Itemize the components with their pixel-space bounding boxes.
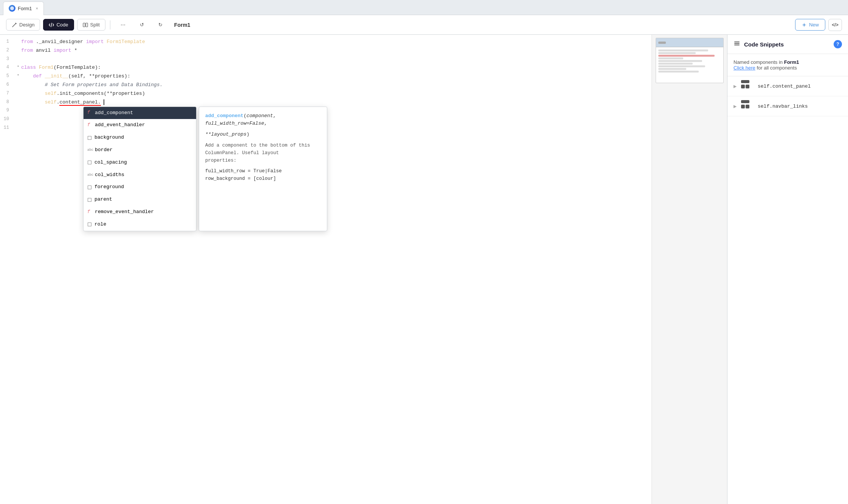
ac-item-parent[interactable]: parent (84, 193, 196, 206)
code-brackets-button[interactable]: </> (828, 19, 842, 31)
code-line-1: 1 from ._anvil_designer import Form1Temp… (0, 38, 651, 46)
ac-sq-icon (88, 223, 91, 226)
component-item-content-panel[interactable]: ▶ self.content_panel (727, 76, 848, 96)
docstring-signature-2: **layout_props) (205, 131, 321, 139)
ac-abc-icon: abc (87, 147, 92, 153)
ac-sq-icon (88, 198, 91, 202)
ac-func-icon: f (87, 122, 92, 129)
ac-item-role[interactable]: role (84, 218, 196, 231)
ac-label: remove_event_handler (95, 208, 154, 216)
toolbar-sep1 (110, 20, 110, 29)
ac-item-col-spacing[interactable]: col_spacing (84, 156, 196, 169)
component-name-content-panel: self.content_panel (758, 83, 811, 89)
ac-item-col-widths[interactable]: abc col_widths (84, 169, 196, 181)
main-layout: 1 from ._anvil_designer import Form1Temp… (0, 35, 848, 504)
ac-label: parent (94, 196, 112, 204)
autocomplete-wrapper: f add_component f add_event_handler back… (83, 107, 327, 231)
redo-button[interactable]: ↻ (153, 19, 168, 31)
docstring-prop2: row_background = [colour] (205, 175, 321, 182)
preview-panel (651, 35, 727, 504)
split-button[interactable]: Split (77, 19, 105, 31)
side-header: Code Snippets ? (727, 35, 848, 54)
side-desc-prefix: Named components in (733, 59, 784, 65)
side-panel-title: Code Snippets (744, 41, 830, 48)
ac-item-background[interactable]: background (84, 131, 196, 144)
design-button[interactable]: Design (6, 19, 40, 31)
help-button[interactable]: ? (834, 40, 842, 48)
ac-item-add-event-handler[interactable]: f add_event_handler (84, 119, 196, 131)
ac-item-foreground[interactable]: foreground (84, 181, 196, 193)
svg-rect-3 (734, 42, 740, 42)
tab-form1[interactable]: Form1 × (3, 2, 44, 15)
ac-label: col_spacing (94, 159, 127, 167)
more-options-button[interactable]: ⋯ (115, 19, 131, 31)
component-name-navbar-links: self.navbar_links (758, 104, 808, 109)
side-form-name: Form1 (784, 59, 799, 65)
code-line-7: 7 self.init_components(**properties) (0, 90, 651, 98)
ac-label: border (95, 146, 113, 154)
code-line-5: 5 ▾ def __init__(self, **properties): (0, 72, 651, 81)
thumb-stripe (656, 38, 723, 47)
ac-item-remove-event-handler[interactable]: f remove_event_handler (84, 206, 196, 218)
svg-rect-4 (734, 43, 740, 44)
navbar-links-icon (741, 100, 753, 112)
svg-rect-5 (734, 45, 740, 45)
ac-sq-icon (88, 136, 91, 140)
tab-close-button[interactable]: × (36, 6, 38, 11)
ac-label: col_widths (95, 171, 124, 179)
docstring-description: Add a component to the bottom of this Co… (205, 142, 321, 164)
code-lines: 1 from ._anvil_designer import Form1Temp… (0, 35, 651, 136)
docstring-panel: add_component(component, full_width_row=… (199, 107, 327, 231)
undo-button[interactable]: ↺ (134, 19, 150, 31)
docstring-prop1: full_width_row = True|False (205, 167, 321, 175)
autocomplete-dropdown[interactable]: f add_component f add_event_handler back… (83, 107, 197, 231)
ac-func-icon: f (87, 109, 92, 116)
form-title: Form1 (174, 22, 190, 28)
svg-point-0 (10, 6, 14, 10)
tab-app-icon (9, 5, 15, 12)
code-icon-toolbar (49, 22, 54, 28)
side-desc-suffix: for all components (755, 65, 797, 71)
content-panel-icon (741, 80, 753, 92)
toolbar: Design Code Split ⋯ ↺ ↻ Form1 New </> (0, 15, 848, 35)
ac-abc-icon: abc (87, 172, 92, 178)
ac-label: foreground (94, 183, 124, 191)
tab-title: Form1 (18, 6, 32, 11)
code-line-2: 2 from anvil import * (0, 46, 651, 55)
ac-sq-icon (88, 161, 91, 164)
ac-item-add-component[interactable]: f add_component (84, 107, 196, 119)
code-line-3: 3 (0, 55, 651, 64)
ac-item-border[interactable]: abc border (84, 144, 196, 156)
ac-label: role (94, 221, 106, 229)
code-line-4: 4 ▾ class Form1(Form1Template): (0, 63, 651, 72)
docstring-props: full_width_row = True|False row_backgrou… (205, 167, 321, 182)
code-line-6: 6 # Set Form properties and Data Binding… (0, 81, 651, 90)
ac-label: add_component (95, 109, 133, 117)
ac-label: add_event_handler (95, 121, 145, 129)
thumb-code (656, 47, 723, 75)
ac-label: background (94, 134, 124, 142)
ac-func-icon: f (87, 209, 92, 216)
chevron-icon-content-panel: ▶ (733, 84, 737, 89)
click-here-link[interactable]: Click here (733, 65, 755, 71)
code-line-8: 8 self.content_panel. f add_component f … (0, 98, 651, 107)
code-button[interactable]: Code (43, 19, 74, 31)
ac-sq-icon (88, 186, 91, 189)
side-panel: Code Snippets ? Named components in Form… (727, 35, 848, 504)
svg-rect-2 (86, 23, 88, 27)
component-item-navbar-links[interactable]: ▶ self.navbar_links (727, 96, 848, 116)
new-button[interactable]: New (795, 19, 825, 31)
hamburger-icon (733, 40, 740, 48)
chevron-icon-navbar-links: ▶ (733, 104, 737, 109)
svg-rect-1 (83, 23, 85, 27)
code-editor[interactable]: 1 from ._anvil_designer import Form1Temp… (0, 35, 651, 504)
design-icon (12, 22, 17, 28)
preview-thumbnail (656, 38, 724, 83)
tab-bar: Form1 × (0, 0, 848, 15)
docstring-signature: add_component(component, full_width_row=… (205, 112, 321, 128)
split-icon (83, 22, 88, 28)
sparkle-icon (802, 22, 807, 28)
side-description: Named components in Form1 Click here for… (727, 54, 848, 76)
